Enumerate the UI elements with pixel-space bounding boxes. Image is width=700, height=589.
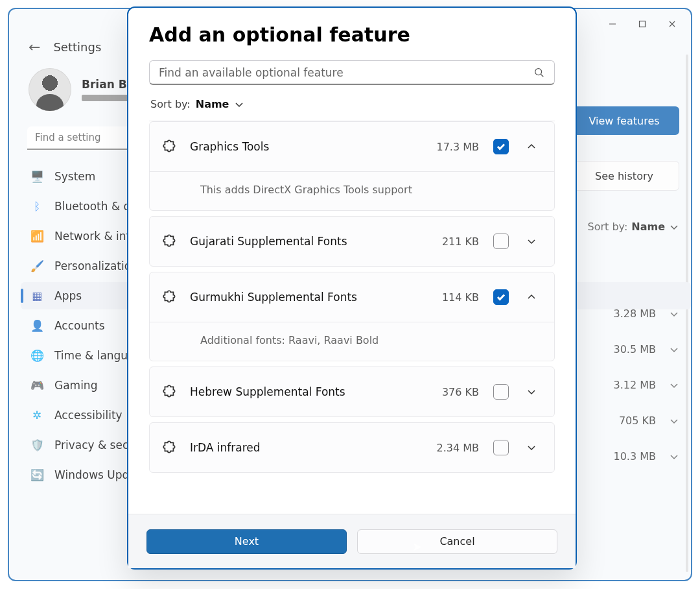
feature-row[interactable]: Hebrew Supplemental Fonts 376 KB — [150, 367, 554, 416]
search-placeholder: Find an available optional feature — [159, 66, 527, 79]
dialog-footer: Next Cancel — [128, 514, 576, 568]
feature-size: 2.34 MB — [437, 442, 480, 454]
feature-name: Gujarati Supplemental Fonts — [190, 235, 430, 248]
feature-checkbox[interactable] — [493, 384, 509, 400]
chevron-down-icon — [669, 344, 679, 355]
chevron-down-icon — [669, 309, 679, 319]
svg-point-1 — [535, 68, 542, 75]
nav-icon: 📶 — [30, 229, 44, 243]
feature-name: IrDA infrared — [190, 441, 425, 454]
sort-control[interactable]: Sort by: Name — [150, 98, 554, 110]
expand-toggle[interactable] — [520, 236, 542, 246]
feature-icon — [161, 383, 178, 400]
feature-icon — [161, 233, 178, 250]
nav-label: Personalizatio — [54, 259, 131, 272]
nav-label: System — [54, 170, 95, 183]
feature-card: Graphics Tools 17.3 MB This adds DirectX… — [149, 121, 555, 211]
nav-label: Accounts — [54, 319, 105, 332]
nav-icon: 🔄 — [30, 468, 44, 482]
bg-feature-sizes: 3.28 MB30.5 MB3.12 MB705 KB10.3 MB — [572, 307, 679, 463]
nav-icon: 🎮 — [30, 378, 44, 392]
feature-checkbox[interactable] — [493, 440, 509, 455]
feature-description: This adds DirectX Graphics Tools support — [150, 171, 554, 210]
nav-label: Accessibility — [54, 409, 122, 422]
nav-icon: 👤 — [30, 319, 44, 333]
feature-checkbox[interactable] — [493, 234, 509, 249]
app-title: Settings — [53, 40, 101, 54]
chevron-down-icon — [526, 387, 537, 397]
expand-toggle[interactable] — [520, 387, 542, 397]
feature-list: Graphics Tools 17.3 MB This adds DirectX… — [149, 121, 555, 514]
find-setting-input[interactable]: Find a setting — [27, 126, 137, 150]
right-panel: View features See history Sort by: Name — [569, 106, 679, 233]
expand-toggle[interactable] — [520, 442, 542, 453]
chevron-down-icon — [526, 442, 537, 453]
feature-card: Gurmukhi Supplemental Fonts 114 KB Addit… — [149, 272, 555, 361]
expand-toggle[interactable] — [520, 292, 542, 302]
bg-size-row[interactable]: 30.5 MB — [572, 343, 679, 355]
nav-label: Time & langua — [54, 349, 135, 362]
feature-icon — [161, 439, 178, 456]
nav-label: Bluetooth & d — [54, 200, 130, 213]
nav-label: Network & int — [54, 230, 130, 243]
svg-rect-0 — [640, 21, 646, 27]
see-history-button[interactable]: See history — [569, 161, 679, 191]
view-features-button[interactable]: View features — [569, 106, 679, 135]
feature-card: IrDA infrared 2.34 MB — [149, 422, 555, 473]
chevron-down-icon — [669, 380, 679, 391]
cancel-button[interactable]: Cancel — [357, 529, 557, 554]
bg-size-row[interactable]: 10.3 MB — [572, 450, 679, 463]
bg-size-row[interactable]: 3.28 MB — [572, 307, 679, 320]
nav-icon: ᛒ — [30, 199, 44, 213]
find-setting-placeholder: Find a setting — [35, 132, 100, 143]
next-button[interactable]: Next — [146, 529, 347, 554]
feature-search-input[interactable]: Find an available optional feature — [149, 60, 555, 85]
chevron-up-icon — [526, 141, 537, 152]
feature-icon — [161, 138, 178, 155]
nav-icon: 🖥️ — [30, 169, 44, 184]
feature-row[interactable]: IrDA infrared 2.34 MB — [150, 423, 554, 472]
bg-size-row[interactable]: 705 KB — [572, 415, 679, 427]
bg-size-row[interactable]: 3.12 MB — [572, 379, 679, 391]
nav-label: Gaming — [54, 379, 97, 392]
nav-icon: ▦ — [30, 289, 44, 303]
avatar — [29, 68, 71, 111]
feature-row[interactable]: Graphics Tools 17.3 MB — [150, 122, 554, 171]
feature-name: Graphics Tools — [190, 140, 425, 153]
feature-size: 17.3 MB — [437, 141, 480, 153]
feature-checkbox[interactable] — [493, 289, 509, 305]
maximize-button[interactable] — [627, 11, 657, 37]
feature-card: Gujarati Supplemental Fonts 211 KB — [149, 216, 555, 267]
minimize-button[interactable] — [598, 11, 627, 37]
feature-size: 211 KB — [442, 235, 479, 248]
feature-card: Hebrew Supplemental Fonts 376 KB — [149, 367, 555, 417]
chevron-down-icon — [669, 451, 679, 462]
chevron-down-icon — [669, 222, 679, 232]
chevron-up-icon — [526, 292, 537, 302]
nav-label: Privacy & secu — [54, 439, 135, 451]
nav-icon: 🖌️ — [30, 259, 44, 273]
feature-checkbox[interactable] — [493, 139, 509, 154]
expand-toggle[interactable] — [520, 141, 542, 152]
nav-icon: 🌐 — [30, 348, 44, 363]
nav-icon: ✲ — [30, 408, 44, 422]
bg-sort[interactable]: Sort by: Name — [569, 221, 679, 233]
feature-size: 376 KB — [442, 386, 479, 398]
feature-icon — [161, 289, 178, 306]
chevron-down-icon — [669, 416, 679, 426]
feature-row[interactable]: Gurmukhi Supplemental Fonts 114 KB — [150, 272, 554, 322]
nav-icon: 🛡️ — [30, 438, 44, 452]
nav-label: Apps — [54, 289, 82, 302]
back-icon[interactable]: ← — [29, 39, 40, 55]
chevron-down-icon — [234, 99, 244, 110]
feature-name: Gurmukhi Supplemental Fonts — [190, 291, 430, 304]
add-feature-dialog: Add an optional feature Find an availabl… — [127, 6, 577, 570]
dialog-title: Add an optional feature — [149, 23, 555, 46]
nav-label: Windows Upd — [54, 468, 129, 481]
feature-description: Additional fonts: Raavi, Raavi Bold — [150, 322, 554, 361]
close-button[interactable] — [657, 11, 687, 37]
search-icon — [533, 67, 545, 78]
feature-row[interactable]: Gujarati Supplemental Fonts 211 KB — [150, 217, 554, 266]
chevron-down-icon — [526, 236, 537, 246]
feature-size: 114 KB — [442, 291, 479, 304]
